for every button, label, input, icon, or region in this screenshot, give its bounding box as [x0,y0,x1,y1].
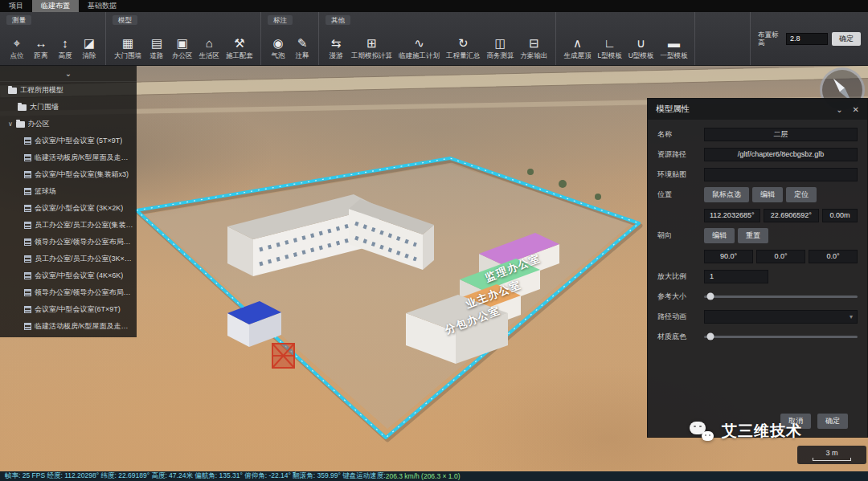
folder-icon [16,121,25,128]
site-gate[interactable] [272,344,294,368]
tool-road[interactable]: ▤道路 [145,35,169,63]
elevation-controls: 布置标高 确定 [750,12,868,65]
tool-schedule-simulation[interactable]: ⊞工期模拟计算 [348,35,395,63]
path-animation-select[interactable]: ▾ [704,310,858,324]
tool-l-template[interactable]: ∟L型模板 [595,35,625,63]
slider-thumb[interactable] [706,333,714,340]
tree-item-3[interactable]: 会议室/中型会议室 (5T×9T) [0,132,137,149]
generate-roof-icon: ∧ [573,35,582,51]
tool-bubble-label[interactable]: ◉气泡 [266,35,290,63]
roll-input[interactable] [809,250,858,263]
position-edit-button[interactable]: 编辑 [752,187,783,202]
mouse-pick-button[interactable]: 鼠标点选 [704,187,749,202]
elevation-confirm-button[interactable]: 确定 [832,32,861,46]
yaw-input[interactable] [704,250,753,263]
position-label: 位置 [657,190,704,200]
tool-gate-wall[interactable]: ▦大门围墙 [111,35,145,63]
tree-item-8[interactable]: 员工办公室/员工办公室(集装箱) [0,217,137,234]
viewport-3d[interactable]: 监理办公室业主办公室分包办公室 ⌄ 工程所用模型大门围墙∨办公区会议室/中型会议… [0,66,868,471]
pitch-input[interactable] [756,250,805,263]
altitude-input[interactable] [822,209,858,222]
office-area-icon: ▣ [177,35,188,51]
locate-button[interactable]: 定位 [786,187,817,202]
heading-reset-button[interactable]: 重置 [738,228,768,243]
longitude-input[interactable] [704,209,760,222]
confirm-button[interactable]: 确定 [817,414,848,429]
tree-item-label: 领导办公室/领导办公室布局一(3K [35,237,133,247]
annotation-icon: ✎ [297,35,308,51]
latitude-input[interactable] [764,209,820,222]
tree-item-1[interactable]: 大门围墙 [0,99,137,116]
tool-roam[interactable]: ⇆漫游 [324,35,348,63]
tree-item-4[interactable]: 临建活动板房/K型屋面及走廊(4K× [0,149,137,166]
tool-clear[interactable]: ◪清除 [77,35,101,63]
menubar-tab-0[interactable]: 项目 [0,0,32,12]
resource-path-input[interactable] [704,148,858,161]
tool-construction-plan[interactable]: ∿临建施工计划 [395,35,443,63]
tool-distance-measure[interactable]: ↔距离 [29,35,53,63]
tree-collapse-header[interactable]: ⌄ [0,66,137,82]
construction-facility-icon: ⚒ [234,35,244,51]
menubar: 项目临建布置基础数据 [0,0,868,12]
tool-point-marker[interactable]: ⌖点位 [5,35,29,63]
tool-office-area[interactable]: ▣办公区 [169,35,196,63]
tree-item-13[interactable]: 会议室/中型会议室(6T×9T) [0,301,137,318]
elevation-input[interactable] [786,33,828,45]
tree-item-10[interactable]: 员工办公室/员工办公室(3K×2K) [0,251,137,267]
tree-item-9[interactable]: 领导办公室/领导办公室布局一(3K [0,234,137,251]
name-input[interactable] [704,128,858,141]
tool-plan-export[interactable]: ⊟方案输出 [518,35,551,63]
slider-thumb[interactable] [706,293,714,300]
heading-edit-button[interactable]: 编辑 [704,228,735,243]
tool-label: 漫游 [330,51,343,61]
tree-item-5[interactable]: 会议室/中型会议室(集装箱x3) [0,166,137,183]
model-properties-panel: 模型属性 ⌄ ✕ 名称 资源路径 环境贴图 位置 [647,98,868,438]
watermark-text: 艾三维技术 [722,421,802,442]
tree-item-11[interactable]: 会议室/中型会议室 (4K×6K) [0,267,137,284]
material-color-slider[interactable] [704,336,858,338]
menubar-tab-2[interactable]: 基础数据 [79,0,125,12]
tool-label: 施工配套 [226,51,253,61]
tree-item-14[interactable]: 临建活动板房/K型屋面及走廊(3K× [0,318,137,335]
tool-u-template[interactable]: ∪U型模板 [625,35,657,63]
envmap-input[interactable] [704,168,858,181]
menubar-tab-1[interactable]: 临建布置 [32,0,79,12]
tree-item-12[interactable]: 领导办公室/领导办公室布局二(3K [0,284,137,301]
toolbar-group-badge: 测量 [6,15,31,25]
scale-input[interactable] [704,270,768,283]
close-icon[interactable]: ✕ [853,105,859,114]
tool-living-area[interactable]: ⌂生活区 [196,35,223,63]
toolbar-groups: 测量⌖点位↔距离↕高度◪清除模型▦大门围墙▤道路▣办公区⌂生活区⚒施工配套标注◉… [0,12,695,65]
tree-item-2[interactable]: ∨办公区 [0,116,137,132]
tool-construction-facility[interactable]: ⚒施工配套 [223,35,256,63]
tool-label: 注释 [296,51,309,61]
tool-generate-roof[interactable]: ∧生成屋顶 [561,35,595,63]
collapse-panel-icon[interactable]: ⌄ [836,105,842,114]
tree-item-0[interactable]: 工程所用模型 [0,82,137,99]
heading-label: 朝向 [657,230,704,241]
model-icon [24,323,31,330]
tool-label: U型模板 [628,51,654,61]
distance-measure-icon: ↔ [35,35,47,51]
envmap-label: 环境贴图 [657,169,704,180]
tool-height-measure[interactable]: ↕高度 [53,35,77,63]
tree-item-6[interactable]: 篮球场 [0,183,137,200]
tool-business-estimate[interactable]: ◫商务测算 [484,35,518,63]
tree-item-label: 会议室/小型会议室 (3K×2K) [35,203,123,214]
map-scale-widget: 3 m [797,446,866,464]
tree-item-7[interactable]: 会议室/小型会议室 (3K×2K) [0,200,137,217]
resource-path-label: 资源路径 [657,149,704,160]
tool-quantity-summary[interactable]: ↻工程量汇总 [443,35,484,63]
tool-i-template[interactable]: ▬一型模板 [657,35,690,63]
toolbar-group-badge: 模型 [113,15,137,25]
tool-label: 高度 [59,51,72,61]
model-icon [24,222,31,229]
toolbar: 测量⌖点位↔距离↕高度◪清除模型▦大门围墙▤道路▣办公区⌂生活区⚒施工配套标注◉… [0,12,868,66]
tool-label: 临建施工计划 [399,51,440,61]
tool-label: 点位 [10,51,24,61]
tree-item-label: 会议室/中型会议室 (5T×9T) [35,136,122,146]
toolbar-group-3: 其他⇆漫游⊞工期模拟计算∿临建施工计划↻工程量汇总◫商务测算⊟方案输出 [319,12,556,65]
point-marker-icon: ⌖ [14,35,20,51]
reference-size-slider[interactable] [704,296,858,298]
tool-annotation[interactable]: ✎注释 [290,35,314,63]
